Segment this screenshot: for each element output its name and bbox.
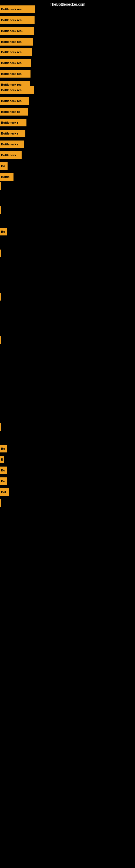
bar-row — [0, 250, 1, 257]
bar-label: Bottleneck res — [0, 59, 31, 67]
bar-label: Bo — [0, 228, 7, 236]
bar-label: Bottleneck res — [0, 86, 34, 94]
bar-label: Bo — [0, 162, 8, 170]
bar-row: Bottleneck resu — [0, 27, 34, 35]
bar-row: Bottleneck r — [0, 119, 27, 126]
bar-row — [0, 423, 1, 431]
bar-line — [0, 293, 1, 301]
bar-label: Bottleneck resu — [0, 27, 34, 35]
bar-label: Bottleneck res — [0, 38, 33, 45]
bar-row — [0, 206, 1, 214]
bar-label: Bottleneck r — [0, 119, 27, 126]
bar-row: Bo — [0, 467, 7, 474]
bar-row: Bo — [0, 228, 7, 236]
bar-row: B — [0, 456, 4, 463]
bar-label: Bo — [0, 445, 7, 453]
bar-row — [0, 182, 1, 190]
bar-label: Bottleneck — [0, 151, 21, 159]
bar-label: Bottleneck resu — [0, 16, 35, 24]
bar-label: Bottleneck res — [0, 97, 29, 105]
bar-row — [0, 293, 1, 301]
bar-row: Bottleneck res — [0, 70, 31, 78]
bar-row: Bottleneck resu — [0, 16, 35, 24]
bar-row: Bo — [0, 162, 8, 170]
bar-label: Bottleneck r — [0, 141, 24, 148]
bar-line — [0, 250, 1, 257]
bar-row: Bottleneck r — [0, 141, 24, 148]
bar-row: Bottleneck res — [0, 48, 32, 56]
bar-row: Bottle — [0, 173, 13, 181]
bar-line — [0, 499, 1, 507]
bar-label: Bottleneck res — [0, 48, 32, 56]
bar-label: Bo — [0, 467, 7, 474]
bar-label: Bo — [0, 477, 7, 485]
bar-label: Bottle — [0, 173, 13, 181]
bar-row — [0, 499, 1, 507]
bar-row: Bo — [0, 477, 7, 485]
bar-line — [0, 336, 1, 344]
bar-row: Bottleneck resu — [0, 5, 35, 13]
bar-row: Bottleneck res — [0, 38, 33, 45]
bar-row — [0, 336, 1, 344]
bar-label: Bot — [0, 488, 9, 496]
bar-row: Bo — [0, 445, 7, 453]
bar-line — [0, 423, 1, 431]
bar-row: Bottleneck res — [0, 86, 34, 94]
bar-label: B — [0, 456, 4, 463]
bar-row: Bottleneck re — [0, 108, 28, 116]
bar-line — [0, 182, 1, 190]
bar-label: Bottleneck resu — [0, 5, 35, 13]
bar-label: Bottleneck re — [0, 108, 28, 116]
bar-label: Bottleneck res — [0, 70, 31, 78]
bar-row: Bottleneck — [0, 151, 21, 159]
bar-row: Bottleneck res — [0, 59, 31, 67]
bar-line — [0, 206, 1, 214]
bar-row: Bottleneck r — [0, 130, 26, 137]
bar-row: Bottleneck res — [0, 97, 29, 105]
bar-label: Bottleneck r — [0, 130, 26, 137]
bar-row: Bot — [0, 488, 9, 496]
